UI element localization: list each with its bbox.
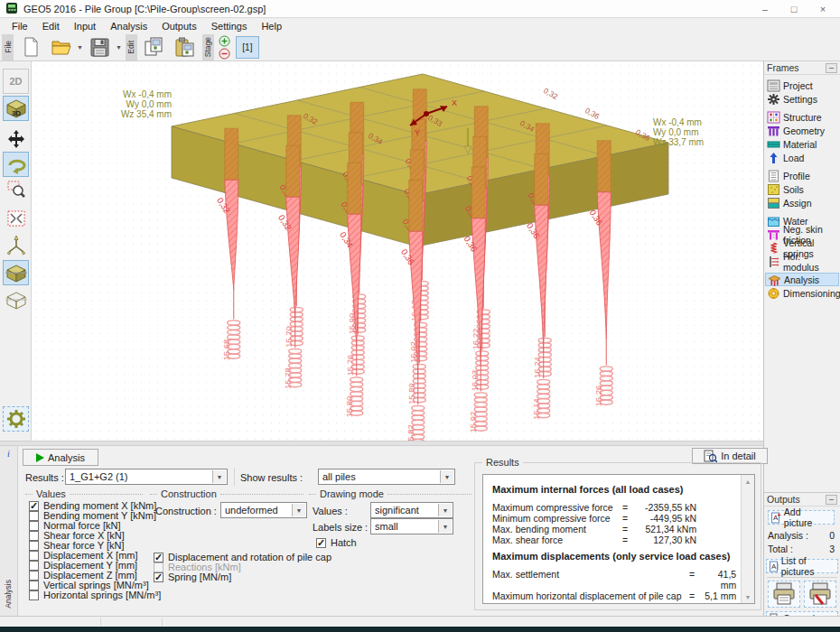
play-icon <box>36 453 44 462</box>
tab-analysis[interactable]: Analysis <box>4 580 13 609</box>
sidebar-item-project[interactable]: Project <box>765 79 839 92</box>
show-results-label: Show results : <box>240 472 303 483</box>
wireframe-view-icon[interactable] <box>3 287 29 312</box>
scroll-up-icon: ▲ <box>742 475 754 488</box>
sidebar-item-material[interactable]: Material <box>765 137 839 151</box>
sidebar-item-geometry[interactable]: Geometry <box>765 124 839 137</box>
info-icon[interactable]: i <box>3 449 14 460</box>
material-icon <box>767 138 780 151</box>
zoom-extents-icon[interactable] <box>3 206 29 231</box>
outputs-panel: Outputs – A+ Add picture Analysis : 0 To… <box>764 492 840 627</box>
new-file-button[interactable] <box>17 34 44 60</box>
add-picture-button[interactable]: A+ Add picture <box>768 510 835 525</box>
sidebar-item-dimensioning[interactable]: Dimensioning <box>765 286 839 300</box>
pan-icon[interactable] <box>3 126 29 152</box>
list-of-pictures-button[interactable]: A List of pictures <box>766 559 838 573</box>
sidebar-item-label: Load <box>783 153 804 163</box>
svg-text:15,92: 15,92 <box>468 412 478 433</box>
svg-text:15,68: 15,68 <box>221 339 231 361</box>
svg-text:16,24: 16,24 <box>532 357 542 378</box>
results-row: Max. bending moment521,34 kNm <box>492 524 734 534</box>
scroll-down-icon: ▼ <box>742 590 754 603</box>
stage-1-button[interactable]: [1] <box>236 36 259 59</box>
hatch-checkbox[interactable]: Hatch <box>316 537 357 548</box>
construction-combo[interactable]: undeformed <box>220 502 307 518</box>
right-panel: Frames – ProjectSettingsStructureGeometr… <box>763 61 840 627</box>
print-selection-button[interactable] <box>804 581 836 608</box>
svg-text:Wz 33,7 mm: Wz 33,7 mm <box>653 137 704 147</box>
print-button[interactable] <box>768 581 800 608</box>
maximize-icon[interactable]: □ <box>782 4 806 14</box>
sidebar-item-soils[interactable]: Soils <box>765 182 839 196</box>
outputs-collapse-icon[interactable]: – <box>826 495 837 505</box>
rotate-icon[interactable] <box>3 152 29 177</box>
view-2d-button[interactable]: 2D <box>3 69 29 94</box>
results-row: Minimum compressive force-449,95 kN <box>492 513 734 524</box>
open-dropdown-icon[interactable]: ▼ <box>77 44 83 51</box>
toolbar: File ▼ ▼ Edit Stage [1] <box>0 33 840 61</box>
sidebar-item-structure[interactable]: Structure <box>765 110 839 124</box>
minimize-icon[interactable]: – <box>753 4 777 14</box>
window-bottom-edge <box>0 627 840 632</box>
remove-stage-icon[interactable] <box>218 48 232 60</box>
results-text-area[interactable]: Maximum internal forces (all load cases)… <box>482 474 755 604</box>
results-row: Max. settlement41,5 mm <box>492 569 734 590</box>
drawing-values-combo[interactable]: significant <box>370 502 453 518</box>
results-row: Max. rotation of pile cap3,9E-03 ° <box>492 601 734 604</box>
menu-item-input[interactable]: Input <box>68 20 102 33</box>
frames-header: Frames – <box>764 61 840 75</box>
results-scrollbar[interactable]: ▲▼ <box>741 475 754 603</box>
menu-item-analysis[interactable]: Analysis <box>104 20 154 33</box>
menu-item-edit[interactable]: Edit <box>36 20 66 33</box>
save-dropdown-icon[interactable]: ▼ <box>116 44 122 51</box>
structure-icon <box>767 111 780 124</box>
results-row: Maximum compressive force-2359,55 kN <box>492 502 734 513</box>
view-settings-gear-icon[interactable] <box>3 406 29 432</box>
solid-view-icon[interactable] <box>3 260 29 285</box>
close-icon[interactable]: × <box>811 4 835 14</box>
copy-picture-button[interactable] <box>141 34 168 60</box>
sidebar-item-analysis[interactable]: Analysis <box>765 273 839 286</box>
svg-text:15,80: 15,80 <box>344 396 354 418</box>
frames-collapse-icon[interactable]: – <box>826 63 837 73</box>
viewport-3d[interactable]: 16,130,3215,900,3416,220,3415,700,3316,0… <box>32 61 763 441</box>
outputs-header: Outputs – <box>764 493 840 507</box>
menu-item-settings[interactable]: Settings <box>205 20 254 33</box>
show-results-combo[interactable]: all piles <box>318 469 455 485</box>
menu-item-outputs[interactable]: Outputs <box>155 20 203 33</box>
hmod-icon <box>767 256 780 268</box>
zoom-window-icon[interactable] <box>3 177 29 202</box>
outputs-total-label: Total : <box>768 544 793 554</box>
results-combo[interactable]: 1_G1+G2 (1) <box>65 469 228 485</box>
results-label: Results : <box>25 472 64 483</box>
drawing-values-label: Values : <box>313 506 348 516</box>
menu-item-help[interactable]: Help <box>255 20 288 33</box>
sidebar-item-label: Material <box>783 139 817 150</box>
results-heading-2: Maximum displacements (only service load… <box>492 551 734 562</box>
sidebar-item-profile[interactable]: Profile <box>765 169 839 182</box>
sidebar-item-settings[interactable]: Settings <box>765 92 839 106</box>
value-checkbox-9[interactable]: Horizontal springs [MN/m³] <box>29 590 161 600</box>
save-file-button[interactable] <box>87 34 114 60</box>
add-stage-icon[interactable] <box>218 35 232 47</box>
svg-text:16,03: 16,03 <box>470 370 480 392</box>
labels-size-combo[interactable]: small <box>370 518 453 534</box>
water-icon <box>767 215 780 228</box>
run-analysis-button[interactable]: Analysis <box>23 449 98 466</box>
construction-checkbox-list: Displacement and rotation of pile capRea… <box>154 552 334 588</box>
file-group-tab: File <box>2 34 14 60</box>
svg-text:16,14: 16,14 <box>531 398 541 420</box>
vsprings-icon <box>767 242 780 255</box>
sidebar-item-hmod[interactable]: Hor. modulus <box>765 255 839 268</box>
app-icon <box>5 2 18 16</box>
svg-text:15,76: 15,76 <box>345 355 355 376</box>
open-file-button[interactable] <box>48 34 75 60</box>
sidebar-item-assign[interactable]: Assign <box>765 196 839 209</box>
menu-item-file[interactable]: File <box>5 20 34 33</box>
construction-checkbox-2[interactable]: Spring [MN/m] <box>154 572 231 582</box>
paste-picture-button[interactable] <box>172 34 199 60</box>
sidebar-item-load[interactable]: Load <box>765 151 839 164</box>
view-3d-button[interactable]: 3D <box>3 96 29 121</box>
axes-icon[interactable] <box>3 233 29 258</box>
sidebar-item-label: Structure <box>783 112 822 123</box>
